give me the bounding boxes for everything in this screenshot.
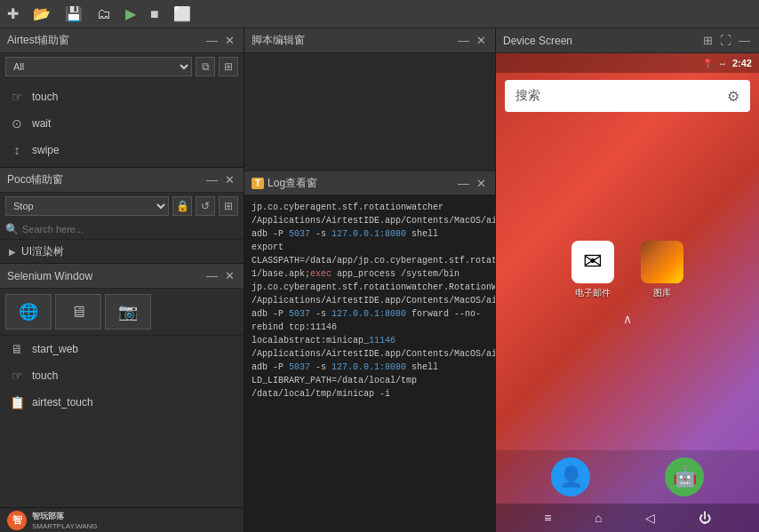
- selenium-camera-btn[interactable]: 📷: [105, 294, 151, 330]
- log-minimize-btn[interactable]: —: [456, 177, 471, 190]
- wifi-icon: ↔: [718, 59, 727, 68]
- airtest-api-list: ☞ touch ⊙ wait ↕ swipe: [0, 80, 244, 167]
- android-screen: 📍 ↔ 2:42 搜索 ⚙ ✉ 电子邮件: [496, 53, 759, 532]
- android-app-row: ✉ 电子邮件 图库: [571, 241, 683, 299]
- email-icon-img: ✉: [571, 241, 614, 283]
- nav-power-icon[interactable]: ⏻: [699, 511, 711, 525]
- email-label: 电子邮件: [575, 287, 611, 299]
- device-grid-btn[interactable]: ⊞: [701, 34, 715, 47]
- log-tag: T: [252, 178, 264, 189]
- script-editor-title: 脚本编辑窗: [252, 33, 452, 48]
- airtest-wait-item[interactable]: ⊙ wait: [0, 110, 244, 137]
- log-text-1: jp.co.cyberagent.stf.rotationwatcher /Ap…: [252, 202, 495, 399]
- script-editor-close-btn[interactable]: ✕: [475, 34, 488, 47]
- nav-back-icon[interactable]: ◁: [645, 511, 655, 525]
- main-toolbar: ✚ 📂 💾 🗂 ▶ ■ ⬜: [0, 0, 759, 28]
- airtest-touch-item[interactable]: ☞ touch: [0, 83, 244, 110]
- email-app-icon[interactable]: ✉ 电子邮件: [571, 241, 614, 299]
- android-search-text: 搜索: [515, 88, 540, 104]
- status-time: 2:42: [732, 58, 752, 68]
- selenium-close-btn[interactable]: ✕: [223, 269, 236, 282]
- expand-arrow-icon[interactable]: ∧: [623, 312, 632, 326]
- wait-label: wait: [32, 117, 51, 130]
- airtest-minimize-btn[interactable]: —: [204, 34, 220, 47]
- airtest-panel: Airtest辅助窗 — ✕ All ⧉ ⊞ ☞ touch ⊙ wait: [0, 28, 244, 168]
- poco-mode-select[interactable]: Stop: [5, 196, 169, 216]
- gallery-app-icon[interactable]: 图库: [641, 241, 683, 299]
- poco-search-icon: 🔍: [5, 223, 19, 235]
- selenium-monitor-btn[interactable]: 🖥: [55, 294, 101, 330]
- gallery-icon-img: [641, 241, 683, 283]
- poco-panel-title: Poco辅助窗: [7, 172, 201, 187]
- new-file-icon[interactable]: ✚: [7, 5, 19, 22]
- poco-panel-header: Poco辅助窗 — ✕: [0, 168, 244, 193]
- airtest-close-btn[interactable]: ✕: [223, 34, 236, 47]
- script-editor-header: 脚本编辑窗 — ✕: [244, 28, 495, 53]
- main-layout: Airtest辅助窗 — ✕ All ⧉ ⊞ ☞ touch ⊙ wait: [0, 28, 759, 532]
- start-web-icon: 🖥: [9, 342, 25, 356]
- poco-capture-btn[interactable]: ⊞: [219, 196, 238, 216]
- play-icon[interactable]: ▶: [125, 5, 136, 22]
- nav-menu-icon[interactable]: ≡: [544, 511, 551, 525]
- device-screen-title: Device Screen: [503, 35, 698, 47]
- device-minimize-btn[interactable]: —: [737, 34, 752, 47]
- selenium-touch-icon: ☞: [9, 369, 25, 383]
- airtest-touch-icon2: 📋: [9, 395, 25, 409]
- android-navbar: ≡ ⌂ ◁ ⏻: [496, 504, 759, 532]
- nav-home-icon[interactable]: ⌂: [595, 511, 602, 525]
- save-icon[interactable]: 💾: [65, 5, 83, 22]
- touch-label: touch: [32, 91, 58, 103]
- airtest-copy-btn[interactable]: ⧉: [196, 57, 215, 76]
- log-panel: T Log查看窗 — ✕ jp.co.cyberagent.stf.rotati…: [244, 171, 495, 532]
- android-gear-icon[interactable]: ⚙: [727, 88, 739, 105]
- tree-arrow-icon: ▶: [9, 247, 16, 257]
- android-dock-icon[interactable]: 🤖: [665, 457, 704, 496]
- selenium-minimize-btn[interactable]: —: [204, 269, 220, 282]
- selenium-start-web-item[interactable]: 🖥 start_web: [0, 336, 244, 362]
- android-search-bar[interactable]: 搜索 ⚙: [505, 80, 750, 112]
- airtest-swipe-item[interactable]: ↕ swipe: [0, 137, 244, 163]
- log-close-btn[interactable]: ✕: [475, 177, 488, 190]
- settings-icon[interactable]: ⬜: [173, 5, 191, 22]
- airtest-category-select[interactable]: All: [5, 57, 192, 76]
- log-panel-title: Log查看窗: [268, 176, 452, 191]
- poco-minimize-btn[interactable]: —: [204, 173, 220, 187]
- airtest-panel-title: Airtest辅助窗: [7, 33, 201, 48]
- contacts-dock-icon[interactable]: 👤: [551, 457, 590, 496]
- selenium-globe-btn[interactable]: 🌐: [5, 294, 52, 330]
- swipe-label: swipe: [32, 144, 60, 156]
- touch-icon: ☞: [9, 90, 25, 104]
- script-editor-minimize-btn[interactable]: —: [456, 34, 471, 47]
- log-body[interactable]: jp.co.cyberagent.stf.rotationwatcher /Ap…: [244, 195, 495, 532]
- poco-refresh-btn[interactable]: ↺: [196, 196, 215, 216]
- poco-dropdown-row: Stop 🔒 ↺ ⊞: [0, 193, 244, 219]
- selenium-panel: Selenium Window — ✕ 🌐 🖥 📷 🖥 start_web ☞ …: [0, 264, 244, 507]
- android-robot-icon: 🤖: [673, 465, 697, 488]
- selenium-airtest-touch-item[interactable]: 📋 airtest_touch: [0, 389, 244, 416]
- android-expand-row: ∧: [619, 308, 635, 330]
- script-editor-body[interactable]: [244, 53, 495, 171]
- poco-close-btn[interactable]: ✕: [223, 173, 236, 187]
- poco-panel: Poco辅助窗 — ✕ Stop 🔒 ↺ ⊞ 🔍 ▶ UI渲染树: [0, 168, 244, 264]
- watermark-logo: 智: [7, 511, 27, 530]
- stop-icon[interactable]: ■: [150, 6, 159, 22]
- wait-icon: ⊙: [9, 116, 25, 131]
- watermark-text: 智玩部落 SMARTPLAY.WANG: [32, 511, 98, 530]
- android-apps-area: ✉ 电子邮件 图库 ∧: [496, 119, 759, 450]
- open-folder-icon[interactable]: 📂: [33, 5, 51, 22]
- selenium-touch-item[interactable]: ☞ touch: [0, 362, 244, 389]
- airtest-grid-btn[interactable]: ⊞: [219, 57, 238, 76]
- left-panel: Airtest辅助窗 — ✕ All ⧉ ⊞ ☞ touch ⊙ wait: [0, 28, 244, 532]
- poco-search-input[interactable]: [22, 224, 238, 234]
- airtest-panel-header: Airtest辅助窗 — ✕: [0, 28, 244, 53]
- gallery-label: 图库: [653, 287, 671, 299]
- poco-lock-btn[interactable]: 🔒: [172, 196, 192, 216]
- device-expand-btn[interactable]: ⛶: [718, 34, 733, 47]
- middle-panel: 脚本编辑窗 — ✕ T Log查看窗 — ✕ jp.co.cyberagent.…: [244, 28, 496, 532]
- save-all-icon[interactable]: 🗂: [97, 6, 111, 22]
- contacts-icon: 👤: [559, 465, 583, 488]
- log-panel-header: T Log查看窗 — ✕: [244, 171, 495, 195]
- poco-tree-item[interactable]: ▶ UI渲染树: [0, 240, 244, 263]
- selenium-api-list: 🖥 start_web ☞ touch 📋 airtest_touch: [0, 336, 244, 507]
- device-screen-header: Device Screen ⊞ ⛶ —: [496, 28, 759, 53]
